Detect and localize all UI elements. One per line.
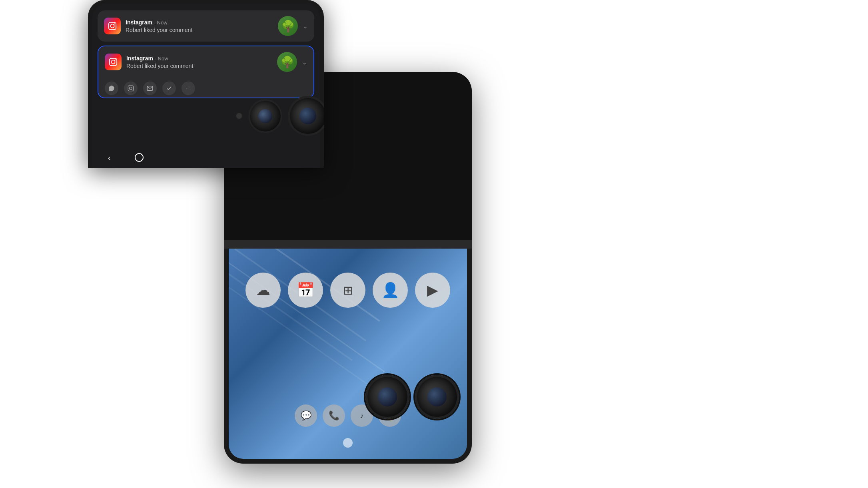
notif-app-name-1: Instagram · Now: [126, 19, 273, 26]
instagram-icon-1: [104, 18, 121, 34]
calendar-icon-app[interactable]: 📅: [288, 273, 323, 308]
front-camera-large: [288, 96, 324, 136]
notif-content-1: Instagram · Now Robert liked your commen…: [126, 19, 273, 33]
notif-thumbnail-2: 🌳: [277, 52, 297, 72]
play-icon-app[interactable]: ▶: [415, 273, 450, 308]
front-phone-screen: Instagram · Now Robert liked your commen…: [92, 4, 320, 168]
svg-point-7: [130, 87, 132, 90]
app-icons-row: ☁ 📅 ⊞ 👤 ▶: [229, 273, 467, 308]
svg-rect-0: [109, 22, 116, 30]
svg-rect-3: [110, 58, 117, 66]
notif-thumbnail-1: 🌳: [278, 16, 298, 36]
share-action-bar: ···: [98, 78, 313, 98]
notif-app-row-2: Instagram · Now: [126, 55, 272, 62]
front-phone-cameras: [235, 96, 324, 136]
contacts-icon-app[interactable]: 👤: [373, 273, 408, 308]
notification-card-2-outlined[interactable]: Instagram · Now Robert liked your commen…: [98, 46, 314, 98]
whatsapp-share-icon[interactable]: [105, 82, 118, 95]
svg-point-5: [115, 60, 116, 61]
cameras-back-bottom: [365, 375, 459, 419]
notif-message-1: Robert liked your comment: [126, 27, 273, 33]
front-phone: Instagram · Now Robert liked your commen…: [88, 0, 324, 168]
notif-content-2: Instagram · Now Robert liked your commen…: [126, 55, 272, 69]
camera-lens-1: [365, 375, 409, 419]
tree-icon-2: 🌳: [280, 56, 294, 69]
back-button[interactable]: ‹: [108, 153, 111, 162]
nav-bar: ‹: [92, 147, 320, 168]
tree-icon-1: 🌳: [281, 20, 295, 33]
camera-lens-2: [415, 375, 459, 419]
home-indicator-back[interactable]: [343, 438, 353, 448]
apps-grid-icon-app[interactable]: ⊞: [330, 273, 365, 308]
svg-point-1: [110, 24, 114, 28]
notification-card-1[interactable]: Instagram · Now Robert liked your commen…: [98, 10, 314, 42]
checkmark-share-icon[interactable]: [162, 82, 176, 95]
notif-message-2: Robert liked your comment: [126, 63, 272, 69]
instagram-icon-2: [105, 54, 122, 70]
chevron-down-icon-2[interactable]: ⌄: [302, 58, 307, 66]
instagram-share-icon[interactable]: [124, 82, 138, 95]
messages-dock-icon[interactable]: 💬: [295, 404, 317, 427]
front-camera-mid: [248, 99, 282, 133]
more-share-icon[interactable]: ···: [182, 82, 195, 95]
phone-cover-screen: ☁ 📅 ⊞ 👤 ▶ 💬 📞 ♪ 🔒: [229, 249, 467, 459]
chevron-down-icon-1[interactable]: ⌄: [303, 22, 308, 30]
notification-card-2: Instagram · Now Robert liked your commen…: [98, 46, 313, 78]
svg-point-2: [114, 24, 115, 25]
home-button[interactable]: [135, 153, 144, 162]
phone-hinge: [224, 240, 472, 249]
whatsapp-dock-icon[interactable]: 📞: [323, 404, 345, 427]
front-camera-dot: [235, 112, 243, 120]
mail-share-icon[interactable]: [143, 82, 157, 95]
svg-rect-6: [128, 86, 133, 91]
svg-point-4: [111, 60, 115, 64]
weather-icon-app[interactable]: ☁: [245, 273, 281, 308]
svg-point-8: [132, 87, 132, 87]
